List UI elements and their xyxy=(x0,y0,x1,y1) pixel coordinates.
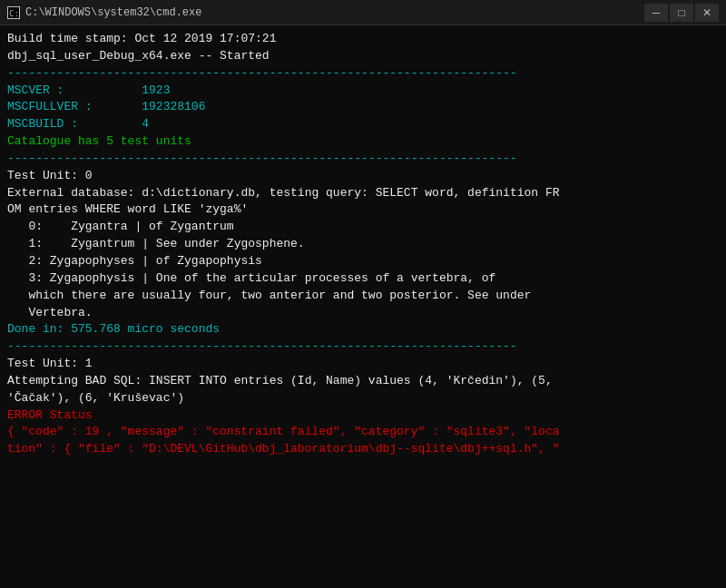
console-line: MSCVER : 1923 xyxy=(7,83,719,100)
console-line: Attempting BAD SQL: INSERT INTO entries … xyxy=(7,373,719,390)
console-line: Test Unit: 0 xyxy=(7,168,719,185)
console-line: 0: Zygantra | of Zygantrum xyxy=(7,219,719,236)
console-line: Catalogue has 5 test units xyxy=(7,133,719,151)
console-line: Test Unit: 1 xyxy=(7,356,719,373)
console-line: 3: Zygapophysis | One of the articular p… xyxy=(7,270,719,288)
title-bar: C: C:\WINDOWS\system32\cmd.exe ─ □ ✕ xyxy=(0,0,726,25)
console-line: ERROR Status xyxy=(7,407,719,425)
console-line: Done in: 575.768 micro seconds xyxy=(7,321,719,338)
window-controls: ─ □ ✕ xyxy=(644,4,719,22)
console-line: OM entries WHERE word LIKE 'zyga%' xyxy=(7,201,719,219)
console-line: ----------------------------------------… xyxy=(7,65,719,83)
title-bar-left: C: C:\WINDOWS\system32\cmd.exe xyxy=(7,6,201,19)
console-line: { "code" : 19 , "message" : "constraint … xyxy=(7,424,719,441)
console-line: dbj_sql_user_Debug_x64.exe -- Started xyxy=(7,48,719,65)
console-line: tion" : { "file" : "D:\DEVL\GitHub\dbj_l… xyxy=(7,441,719,458)
console-line: MSCFULLVER : 192328106 xyxy=(7,99,719,116)
minimize-button[interactable]: ─ xyxy=(644,4,668,22)
window-title: C:\WINDOWS\system32\cmd.exe xyxy=(25,6,201,19)
maximize-button[interactable]: □ xyxy=(670,4,693,22)
console-line: Vertebra. xyxy=(7,305,719,322)
console-line: which there are usually four, two anteri… xyxy=(7,288,719,305)
cmd-icon: C: xyxy=(7,6,20,19)
console-line: 1: Zygantrum | See under Zygosphene. xyxy=(7,236,719,253)
console-line: External database: d:\dictionary.db, tes… xyxy=(7,185,719,202)
console-line: 2: Zygapophyses | of Zygapophysis xyxy=(7,253,719,270)
console-line: 'Čačak'), (6, 'Kruševac') xyxy=(7,390,719,407)
console-line: ----------------------------------------… xyxy=(7,338,719,356)
console-output: Build time stamp: Oct 12 2019 17:07:21db… xyxy=(0,25,726,588)
svg-text:C:: C: xyxy=(9,9,19,18)
close-button[interactable]: ✕ xyxy=(695,4,719,22)
console-line: Build time stamp: Oct 12 2019 17:07:21 xyxy=(7,31,719,48)
console-line: ----------------------------------------… xyxy=(7,151,719,168)
console-line: MSCBUILD : 4 xyxy=(7,116,719,133)
